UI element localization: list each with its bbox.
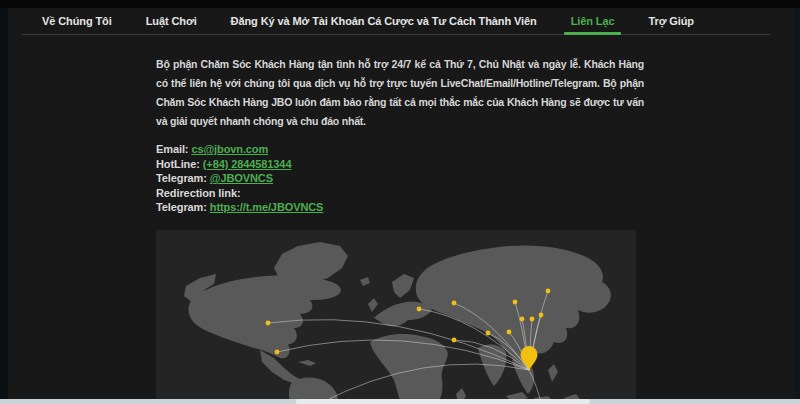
support-intro-paragraph: Bộ phận Chăm Sóc Khách Hàng tận tình hỗ … bbox=[156, 55, 644, 131]
location-dot bbox=[530, 316, 535, 321]
island-iceland bbox=[360, 277, 370, 286]
continent-north-america bbox=[188, 275, 340, 358]
location-dot bbox=[452, 337, 457, 342]
contact-list: Email: cs@jbovn.comHotLine: (+84) 284458… bbox=[156, 142, 644, 215]
contact-link[interactable]: https://t.me/JBOVNCS bbox=[210, 201, 324, 213]
top-navigation: Về Chúng TôiLuật ChơiĐăng Ký và Mở Tài K… bbox=[22, 8, 770, 35]
window-edge-top bbox=[0, 0, 800, 8]
contact-row: Telegram: @JBOVNCS bbox=[156, 171, 644, 186]
contact-page-content: Bộ phận Chăm Sóc Khách Hàng tận tình hỗ … bbox=[156, 35, 644, 404]
continent-asia bbox=[416, 245, 611, 362]
window-edge-right bbox=[794, 0, 800, 404]
nav-tab-2[interactable]: Luật Chơi bbox=[146, 15, 197, 27]
contact-link[interactable]: cs@jbovn.com bbox=[191, 143, 268, 155]
contact-label: Telegram: bbox=[156, 201, 207, 213]
contact-label: Redirection link: bbox=[156, 187, 240, 199]
location-dot bbox=[266, 320, 271, 325]
region-scandinavia bbox=[392, 274, 414, 298]
location-dot bbox=[507, 329, 512, 334]
contact-row: Redirection link: bbox=[156, 186, 644, 201]
scrollbar-thumb[interactable] bbox=[296, 399, 590, 404]
continent-europe bbox=[374, 301, 432, 326]
islands-caribbean bbox=[298, 360, 316, 366]
world-map-svg bbox=[156, 230, 636, 404]
contact-row: Email: cs@jbovn.com bbox=[156, 142, 644, 157]
nav-tab-1[interactable]: Về Chúng Tôi bbox=[42, 15, 112, 27]
nav-tab-5[interactable]: Trợ Giúp bbox=[648, 15, 694, 27]
location-dot bbox=[520, 316, 525, 321]
contact-link[interactable]: @JBOVNCS bbox=[210, 172, 273, 184]
horizontal-scrollbar[interactable] bbox=[0, 399, 800, 404]
contact-label: Email: bbox=[156, 143, 188, 155]
contact-row: Telegram: https://t.me/JBOVNCS bbox=[156, 200, 644, 215]
contact-link[interactable]: (+84) 2844581344 bbox=[203, 158, 292, 170]
island-uk bbox=[368, 298, 378, 312]
location-dot bbox=[452, 300, 457, 305]
island-philippines bbox=[548, 364, 558, 382]
location-dot bbox=[275, 349, 280, 354]
window-edge-left bbox=[0, 0, 8, 404]
contact-label: HotLine: bbox=[156, 158, 200, 170]
location-dot bbox=[539, 312, 544, 317]
contact-row: HotLine: (+84) 2844581344 bbox=[156, 157, 644, 172]
location-dot bbox=[486, 330, 491, 335]
location-dot bbox=[513, 299, 518, 304]
location-dot bbox=[417, 306, 422, 311]
nav-tab-4[interactable]: Liên Lạc bbox=[571, 15, 615, 27]
world-map-panel bbox=[156, 230, 636, 404]
location-dot bbox=[546, 288, 551, 293]
nav-tab-3[interactable]: Đăng Ký và Mở Tài Khoản Cá Cược và Tư Cá… bbox=[231, 15, 537, 27]
contact-label: Telegram: bbox=[156, 172, 207, 184]
